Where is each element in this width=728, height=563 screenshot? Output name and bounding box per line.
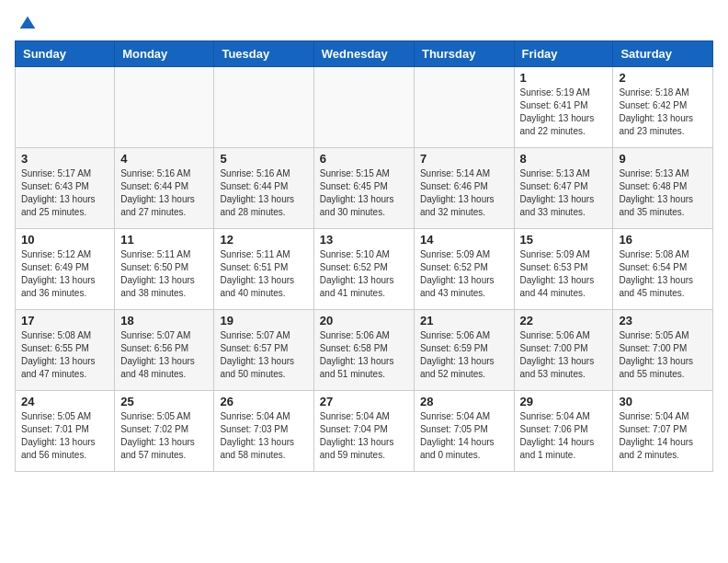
calendar-cell: 26Sunrise: 5:04 AM Sunset: 7:03 PM Dayli…	[214, 391, 313, 472]
day-number: 23	[619, 314, 707, 327]
day-number: 1	[520, 71, 608, 85]
calendar-cell: 4Sunrise: 5:16 AM Sunset: 6:44 PM Daylig…	[115, 148, 214, 229]
logo	[15, 15, 37, 33]
day-number: 4	[120, 152, 208, 166]
day-info: Sunrise: 5:04 AM Sunset: 7:05 PM Dayligh…	[420, 410, 508, 462]
calendar-cell: 27Sunrise: 5:04 AM Sunset: 7:04 PM Dayli…	[313, 391, 414, 472]
calendar-cell: 2Sunrise: 5:18 AM Sunset: 6:42 PM Daylig…	[613, 67, 713, 148]
calendar-cell: 22Sunrise: 5:06 AM Sunset: 7:00 PM Dayli…	[514, 310, 613, 391]
day-number: 2	[619, 71, 707, 85]
day-info: Sunrise: 5:04 AM Sunset: 7:03 PM Dayligh…	[220, 410, 307, 462]
calendar-cell: 5Sunrise: 5:16 AM Sunset: 6:44 PM Daylig…	[214, 148, 313, 229]
day-number: 8	[520, 152, 608, 166]
day-number: 18	[120, 314, 208, 327]
calendar-week-row: 17Sunrise: 5:08 AM Sunset: 6:55 PM Dayli…	[16, 310, 713, 391]
calendar-header-wednesday: Wednesday	[313, 41, 414, 67]
day-info: Sunrise: 5:04 AM Sunset: 7:06 PM Dayligh…	[520, 410, 608, 462]
day-info: Sunrise: 5:13 AM Sunset: 6:48 PM Dayligh…	[619, 167, 707, 219]
logo-icon	[18, 15, 37, 33]
day-number: 30	[619, 395, 707, 408]
day-number: 25	[120, 395, 208, 408]
day-info: Sunrise: 5:05 AM Sunset: 7:01 PM Dayligh…	[21, 410, 108, 462]
day-number: 19	[220, 314, 307, 327]
calendar-cell: 16Sunrise: 5:08 AM Sunset: 6:54 PM Dayli…	[613, 229, 713, 310]
calendar-header-sunday: Sunday	[16, 41, 115, 67]
calendar-cell: 15Sunrise: 5:09 AM Sunset: 6:53 PM Dayli…	[514, 229, 613, 310]
day-number: 22	[520, 314, 608, 327]
calendar-cell: 12Sunrise: 5:11 AM Sunset: 6:51 PM Dayli…	[214, 229, 313, 310]
day-info: Sunrise: 5:05 AM Sunset: 7:02 PM Dayligh…	[120, 410, 208, 462]
day-number: 21	[420, 314, 508, 327]
calendar-week-row: 24Sunrise: 5:05 AM Sunset: 7:01 PM Dayli…	[16, 391, 713, 472]
calendar-cell: 18Sunrise: 5:07 AM Sunset: 6:56 PM Dayli…	[115, 310, 214, 391]
calendar-header-row: SundayMondayTuesdayWednesdayThursdayFrid…	[16, 41, 713, 67]
day-info: Sunrise: 5:16 AM Sunset: 6:44 PM Dayligh…	[120, 167, 208, 219]
day-number: 16	[619, 233, 707, 247]
day-number: 6	[320, 152, 408, 166]
day-number: 29	[520, 395, 608, 408]
day-info: Sunrise: 5:04 AM Sunset: 7:04 PM Dayligh…	[320, 410, 408, 462]
day-number: 28	[420, 395, 508, 408]
day-number: 10	[21, 233, 108, 247]
calendar-table: SundayMondayTuesdayWednesdayThursdayFrid…	[15, 40, 713, 472]
day-info: Sunrise: 5:13 AM Sunset: 6:47 PM Dayligh…	[520, 167, 608, 219]
calendar-week-row: 1Sunrise: 5:19 AM Sunset: 6:41 PM Daylig…	[16, 67, 713, 148]
day-number: 12	[220, 233, 307, 247]
day-info: Sunrise: 5:15 AM Sunset: 6:45 PM Dayligh…	[320, 167, 408, 219]
page-header	[15, 15, 713, 33]
calendar-week-row: 10Sunrise: 5:12 AM Sunset: 6:49 PM Dayli…	[16, 229, 713, 310]
day-info: Sunrise: 5:07 AM Sunset: 6:56 PM Dayligh…	[120, 329, 208, 381]
day-number: 17	[21, 314, 108, 327]
day-number: 13	[320, 233, 408, 247]
calendar-cell: 8Sunrise: 5:13 AM Sunset: 6:47 PM Daylig…	[514, 148, 613, 229]
calendar-cell: 6Sunrise: 5:15 AM Sunset: 6:45 PM Daylig…	[313, 148, 414, 229]
calendar-cell: 24Sunrise: 5:05 AM Sunset: 7:01 PM Dayli…	[16, 391, 115, 472]
calendar-header-monday: Monday	[115, 41, 214, 67]
day-info: Sunrise: 5:19 AM Sunset: 6:41 PM Dayligh…	[520, 86, 608, 138]
calendar-week-row: 3Sunrise: 5:17 AM Sunset: 6:43 PM Daylig…	[16, 148, 713, 229]
calendar-cell: 1Sunrise: 5:19 AM Sunset: 6:41 PM Daylig…	[514, 67, 613, 148]
calendar-header-friday: Friday	[514, 41, 613, 67]
day-number: 15	[520, 233, 608, 247]
day-info: Sunrise: 5:11 AM Sunset: 6:51 PM Dayligh…	[220, 248, 307, 300]
calendar-cell: 23Sunrise: 5:05 AM Sunset: 7:00 PM Dayli…	[613, 310, 713, 391]
calendar-cell: 28Sunrise: 5:04 AM Sunset: 7:05 PM Dayli…	[414, 391, 514, 472]
calendar-cell: 30Sunrise: 5:04 AM Sunset: 7:07 PM Dayli…	[613, 391, 713, 472]
calendar-cell: 9Sunrise: 5:13 AM Sunset: 6:48 PM Daylig…	[613, 148, 713, 229]
calendar-cell	[214, 67, 313, 148]
day-info: Sunrise: 5:18 AM Sunset: 6:42 PM Dayligh…	[619, 86, 707, 138]
calendar-cell: 17Sunrise: 5:08 AM Sunset: 6:55 PM Dayli…	[16, 310, 115, 391]
day-number: 27	[320, 395, 408, 408]
calendar-cell: 11Sunrise: 5:11 AM Sunset: 6:50 PM Dayli…	[115, 229, 214, 310]
day-info: Sunrise: 5:12 AM Sunset: 6:49 PM Dayligh…	[21, 248, 108, 300]
day-number: 24	[21, 395, 108, 408]
day-number: 7	[420, 152, 508, 166]
day-info: Sunrise: 5:05 AM Sunset: 7:00 PM Dayligh…	[619, 329, 707, 381]
day-number: 9	[619, 152, 707, 166]
day-number: 3	[21, 152, 108, 166]
day-number: 20	[320, 314, 408, 327]
calendar-cell: 14Sunrise: 5:09 AM Sunset: 6:52 PM Dayli…	[414, 229, 514, 310]
svg-marker-0	[20, 17, 36, 29]
day-info: Sunrise: 5:08 AM Sunset: 6:55 PM Dayligh…	[21, 329, 108, 381]
day-info: Sunrise: 5:16 AM Sunset: 6:44 PM Dayligh…	[220, 167, 307, 219]
calendar-cell: 25Sunrise: 5:05 AM Sunset: 7:02 PM Dayli…	[115, 391, 214, 472]
calendar-cell	[115, 67, 214, 148]
calendar-cell	[313, 67, 414, 148]
day-info: Sunrise: 5:08 AM Sunset: 6:54 PM Dayligh…	[619, 248, 707, 300]
calendar-cell: 13Sunrise: 5:10 AM Sunset: 6:52 PM Dayli…	[313, 229, 414, 310]
day-number: 5	[220, 152, 307, 166]
day-info: Sunrise: 5:06 AM Sunset: 6:58 PM Dayligh…	[320, 329, 408, 381]
calendar-cell: 29Sunrise: 5:04 AM Sunset: 7:06 PM Dayli…	[514, 391, 613, 472]
calendar-header-thursday: Thursday	[414, 41, 514, 67]
calendar-header-tuesday: Tuesday	[214, 41, 313, 67]
calendar-cell: 7Sunrise: 5:14 AM Sunset: 6:46 PM Daylig…	[414, 148, 514, 229]
day-info: Sunrise: 5:09 AM Sunset: 6:52 PM Dayligh…	[420, 248, 508, 300]
calendar-cell	[414, 67, 514, 148]
calendar-cell: 3Sunrise: 5:17 AM Sunset: 6:43 PM Daylig…	[16, 148, 115, 229]
day-info: Sunrise: 5:07 AM Sunset: 6:57 PM Dayligh…	[220, 329, 307, 381]
day-info: Sunrise: 5:09 AM Sunset: 6:53 PM Dayligh…	[520, 248, 608, 300]
calendar-cell: 20Sunrise: 5:06 AM Sunset: 6:58 PM Dayli…	[313, 310, 414, 391]
day-info: Sunrise: 5:11 AM Sunset: 6:50 PM Dayligh…	[120, 248, 208, 300]
calendar-cell: 10Sunrise: 5:12 AM Sunset: 6:49 PM Dayli…	[16, 229, 115, 310]
